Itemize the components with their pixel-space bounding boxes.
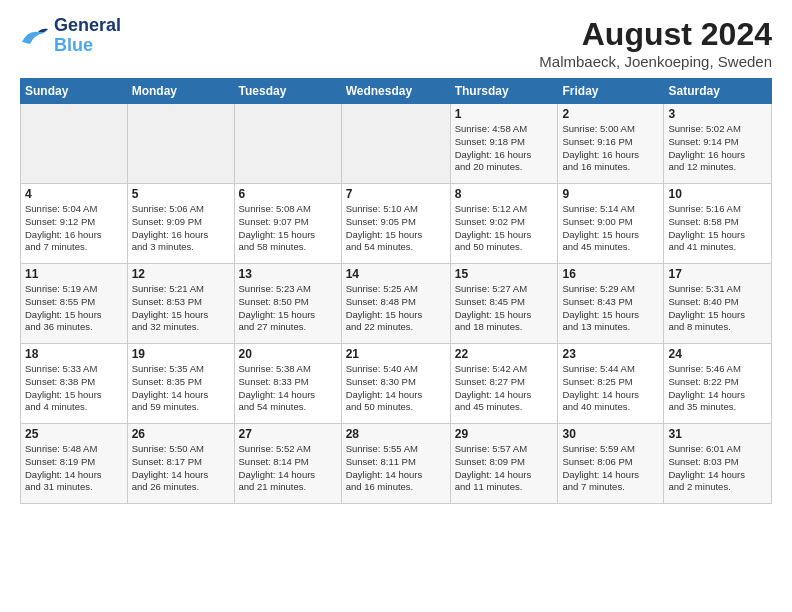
calendar-cell: 24Sunrise: 5:46 AM Sunset: 8:22 PM Dayli…	[664, 344, 772, 424]
day-info: Sunrise: 5:19 AM Sunset: 8:55 PM Dayligh…	[25, 283, 123, 334]
calendar-cell: 1Sunrise: 4:58 AM Sunset: 9:18 PM Daylig…	[450, 104, 558, 184]
day-number: 28	[346, 427, 446, 441]
day-info: Sunrise: 5:38 AM Sunset: 8:33 PM Dayligh…	[239, 363, 337, 414]
day-number: 10	[668, 187, 767, 201]
day-info: Sunrise: 5:35 AM Sunset: 8:35 PM Dayligh…	[132, 363, 230, 414]
calendar-cell: 21Sunrise: 5:40 AM Sunset: 8:30 PM Dayli…	[341, 344, 450, 424]
day-number: 11	[25, 267, 123, 281]
calendar-cell: 19Sunrise: 5:35 AM Sunset: 8:35 PM Dayli…	[127, 344, 234, 424]
calendar-cell	[21, 104, 128, 184]
calendar-week-4: 18Sunrise: 5:33 AM Sunset: 8:38 PM Dayli…	[21, 344, 772, 424]
day-info: Sunrise: 5:33 AM Sunset: 8:38 PM Dayligh…	[25, 363, 123, 414]
logo-bird-icon	[20, 24, 50, 48]
day-header-thursday: Thursday	[450, 79, 558, 104]
day-number: 22	[455, 347, 554, 361]
day-number: 26	[132, 427, 230, 441]
day-info: Sunrise: 5:16 AM Sunset: 8:58 PM Dayligh…	[668, 203, 767, 254]
page: General Blue August 2024 Malmbaeck, Joen…	[0, 0, 792, 612]
day-number: 5	[132, 187, 230, 201]
day-number: 12	[132, 267, 230, 281]
day-number: 18	[25, 347, 123, 361]
calendar-table: SundayMondayTuesdayWednesdayThursdayFrid…	[20, 78, 772, 504]
calendar-cell: 26Sunrise: 5:50 AM Sunset: 8:17 PM Dayli…	[127, 424, 234, 504]
calendar-week-3: 11Sunrise: 5:19 AM Sunset: 8:55 PM Dayli…	[21, 264, 772, 344]
day-info: Sunrise: 5:42 AM Sunset: 8:27 PM Dayligh…	[455, 363, 554, 414]
calendar-week-1: 1Sunrise: 4:58 AM Sunset: 9:18 PM Daylig…	[21, 104, 772, 184]
day-number: 4	[25, 187, 123, 201]
calendar-cell: 6Sunrise: 5:08 AM Sunset: 9:07 PM Daylig…	[234, 184, 341, 264]
day-number: 17	[668, 267, 767, 281]
day-info: Sunrise: 5:52 AM Sunset: 8:14 PM Dayligh…	[239, 443, 337, 494]
calendar-week-5: 25Sunrise: 5:48 AM Sunset: 8:19 PM Dayli…	[21, 424, 772, 504]
calendar-cell: 10Sunrise: 5:16 AM Sunset: 8:58 PM Dayli…	[664, 184, 772, 264]
header: General Blue August 2024 Malmbaeck, Joen…	[20, 16, 772, 70]
calendar-cell	[127, 104, 234, 184]
day-info: Sunrise: 5:40 AM Sunset: 8:30 PM Dayligh…	[346, 363, 446, 414]
day-info: Sunrise: 5:08 AM Sunset: 9:07 PM Dayligh…	[239, 203, 337, 254]
logo: General Blue	[20, 16, 121, 56]
day-number: 9	[562, 187, 659, 201]
calendar-cell: 30Sunrise: 5:59 AM Sunset: 8:06 PM Dayli…	[558, 424, 664, 504]
day-number: 6	[239, 187, 337, 201]
day-info: Sunrise: 5:12 AM Sunset: 9:02 PM Dayligh…	[455, 203, 554, 254]
day-number: 13	[239, 267, 337, 281]
day-header-wednesday: Wednesday	[341, 79, 450, 104]
day-info: Sunrise: 5:44 AM Sunset: 8:25 PM Dayligh…	[562, 363, 659, 414]
calendar-cell: 29Sunrise: 5:57 AM Sunset: 8:09 PM Dayli…	[450, 424, 558, 504]
day-number: 15	[455, 267, 554, 281]
day-number: 8	[455, 187, 554, 201]
calendar-cell: 4Sunrise: 5:04 AM Sunset: 9:12 PM Daylig…	[21, 184, 128, 264]
day-info: Sunrise: 4:58 AM Sunset: 9:18 PM Dayligh…	[455, 123, 554, 174]
day-info: Sunrise: 5:50 AM Sunset: 8:17 PM Dayligh…	[132, 443, 230, 494]
day-number: 1	[455, 107, 554, 121]
day-info: Sunrise: 5:10 AM Sunset: 9:05 PM Dayligh…	[346, 203, 446, 254]
day-number: 27	[239, 427, 337, 441]
day-number: 30	[562, 427, 659, 441]
header-row: SundayMondayTuesdayWednesdayThursdayFrid…	[21, 79, 772, 104]
calendar-cell: 12Sunrise: 5:21 AM Sunset: 8:53 PM Dayli…	[127, 264, 234, 344]
day-number: 2	[562, 107, 659, 121]
calendar-cell: 7Sunrise: 5:10 AM Sunset: 9:05 PM Daylig…	[341, 184, 450, 264]
calendar-cell: 14Sunrise: 5:25 AM Sunset: 8:48 PM Dayli…	[341, 264, 450, 344]
calendar-body: 1Sunrise: 4:58 AM Sunset: 9:18 PM Daylig…	[21, 104, 772, 504]
calendar-cell: 11Sunrise: 5:19 AM Sunset: 8:55 PM Dayli…	[21, 264, 128, 344]
day-info: Sunrise: 5:48 AM Sunset: 8:19 PM Dayligh…	[25, 443, 123, 494]
calendar-cell: 23Sunrise: 5:44 AM Sunset: 8:25 PM Dayli…	[558, 344, 664, 424]
day-number: 21	[346, 347, 446, 361]
calendar-cell	[234, 104, 341, 184]
calendar-cell: 8Sunrise: 5:12 AM Sunset: 9:02 PM Daylig…	[450, 184, 558, 264]
day-header-sunday: Sunday	[21, 79, 128, 104]
calendar-cell: 13Sunrise: 5:23 AM Sunset: 8:50 PM Dayli…	[234, 264, 341, 344]
calendar-header: SundayMondayTuesdayWednesdayThursdayFrid…	[21, 79, 772, 104]
day-header-saturday: Saturday	[664, 79, 772, 104]
day-number: 16	[562, 267, 659, 281]
calendar-cell: 27Sunrise: 5:52 AM Sunset: 8:14 PM Dayli…	[234, 424, 341, 504]
day-info: Sunrise: 5:06 AM Sunset: 9:09 PM Dayligh…	[132, 203, 230, 254]
day-info: Sunrise: 5:04 AM Sunset: 9:12 PM Dayligh…	[25, 203, 123, 254]
calendar-cell: 17Sunrise: 5:31 AM Sunset: 8:40 PM Dayli…	[664, 264, 772, 344]
calendar-cell: 16Sunrise: 5:29 AM Sunset: 8:43 PM Dayli…	[558, 264, 664, 344]
subtitle: Malmbaeck, Joenkoeping, Sweden	[539, 53, 772, 70]
calendar-cell: 2Sunrise: 5:00 AM Sunset: 9:16 PM Daylig…	[558, 104, 664, 184]
day-number: 7	[346, 187, 446, 201]
day-number: 14	[346, 267, 446, 281]
day-info: Sunrise: 5:57 AM Sunset: 8:09 PM Dayligh…	[455, 443, 554, 494]
calendar-cell: 9Sunrise: 5:14 AM Sunset: 9:00 PM Daylig…	[558, 184, 664, 264]
calendar-cell	[341, 104, 450, 184]
calendar-cell: 15Sunrise: 5:27 AM Sunset: 8:45 PM Dayli…	[450, 264, 558, 344]
calendar-cell: 31Sunrise: 6:01 AM Sunset: 8:03 PM Dayli…	[664, 424, 772, 504]
calendar-cell: 18Sunrise: 5:33 AM Sunset: 8:38 PM Dayli…	[21, 344, 128, 424]
day-number: 24	[668, 347, 767, 361]
day-info: Sunrise: 5:23 AM Sunset: 8:50 PM Dayligh…	[239, 283, 337, 334]
title-area: August 2024 Malmbaeck, Joenkoeping, Swed…	[539, 16, 772, 70]
main-title: August 2024	[539, 16, 772, 53]
logo-line2: Blue	[54, 35, 93, 55]
day-number: 3	[668, 107, 767, 121]
calendar-cell: 22Sunrise: 5:42 AM Sunset: 8:27 PM Dayli…	[450, 344, 558, 424]
day-number: 23	[562, 347, 659, 361]
logo-text: General Blue	[54, 16, 121, 56]
day-info: Sunrise: 5:02 AM Sunset: 9:14 PM Dayligh…	[668, 123, 767, 174]
calendar-cell: 5Sunrise: 5:06 AM Sunset: 9:09 PM Daylig…	[127, 184, 234, 264]
day-header-monday: Monday	[127, 79, 234, 104]
calendar-cell: 25Sunrise: 5:48 AM Sunset: 8:19 PM Dayli…	[21, 424, 128, 504]
